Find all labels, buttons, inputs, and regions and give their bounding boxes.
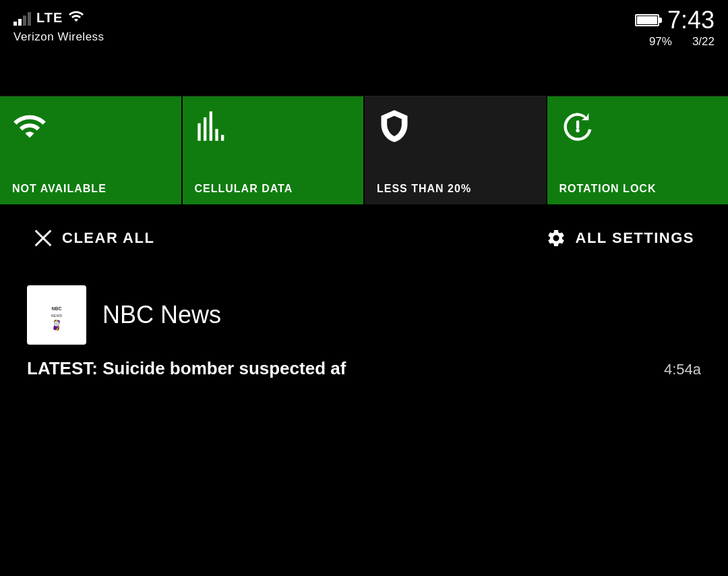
clear-all-icon (34, 229, 53, 248)
wifi-tile[interactable]: NOT AVAILABLE (0, 96, 181, 204)
status-bar: LTE Verizon Wireless 7:43 97% 3/22 (0, 0, 728, 55)
cellular-icon (195, 109, 230, 146)
battery-icon (635, 14, 659, 26)
rotation-tile[interactable]: ROTATION LOCK (547, 96, 729, 204)
current-date: 3/22 (692, 35, 715, 49)
clear-all-label: CLEAR ALL (62, 229, 154, 247)
status-left: LTE Verizon Wireless (13, 8, 104, 44)
svg-text:NBC: NBC (51, 306, 61, 311)
action-bar: CLEAR ALL ALL SETTINGS (0, 211, 728, 265)
battery-low-icon (377, 109, 412, 146)
carrier-name: Verizon Wireless (13, 30, 104, 44)
notification-section: NBC NEWS NBC News LATEST: Suicide bomber… (0, 265, 728, 379)
notification-content[interactable]: LATEST: Suicide bomber suspected af 4:54… (27, 358, 701, 379)
rotation-tile-label: ROTATION LOCK (559, 179, 657, 195)
battery-fill (637, 16, 657, 24)
svg-point-9 (54, 321, 59, 326)
current-time: 7:43 (667, 8, 715, 32)
status-right: 7:43 97% 3/22 (635, 8, 715, 49)
status-icons: LTE (13, 8, 104, 28)
wifi-tile-label: NOT AVAILABLE (12, 179, 107, 195)
lte-label: LTE (36, 10, 63, 26)
notification-app-name: NBC News (102, 301, 221, 329)
nbc-peacock-logo: NBC NEWS (33, 291, 80, 339)
app-icon-nbc-news: NBC NEWS (27, 285, 86, 345)
status-right-top: 7:43 (635, 8, 715, 32)
gear-icon (546, 228, 566, 248)
quick-tiles: NOT AVAILABLE CELLULAR DATA LESS THAN 20… (0, 96, 728, 204)
notification-time: 4:54a (664, 361, 701, 378)
signal-strength-icon (13, 11, 31, 26)
battery-tile-label: LESS THAN 20% (377, 179, 471, 195)
cellular-tile-label: CELLULAR DATA (195, 179, 293, 195)
rotation-lock-icon (559, 109, 595, 146)
wifi-icon (12, 109, 47, 146)
battery-tile[interactable]: LESS THAN 20% (365, 96, 546, 204)
svg-text:NEWS: NEWS (51, 314, 63, 318)
all-settings-button[interactable]: ALL SETTINGS (546, 228, 695, 248)
clear-all-button[interactable]: CLEAR ALL (34, 229, 154, 248)
notification-headline: LATEST: Suicide bomber suspected af (27, 358, 650, 379)
svg-point-0 (576, 129, 579, 132)
battery-container (635, 14, 659, 26)
all-settings-label: ALL SETTINGS (576, 229, 695, 247)
cellular-tile[interactable]: CELLULAR DATA (183, 96, 364, 204)
notification-card[interactable]: NBC NEWS NBC News (27, 285, 701, 345)
battery-percentage: 97% (649, 35, 672, 49)
status-right-bottom: 97% 3/22 (649, 35, 715, 49)
wifi-tethering-icon (68, 8, 84, 28)
